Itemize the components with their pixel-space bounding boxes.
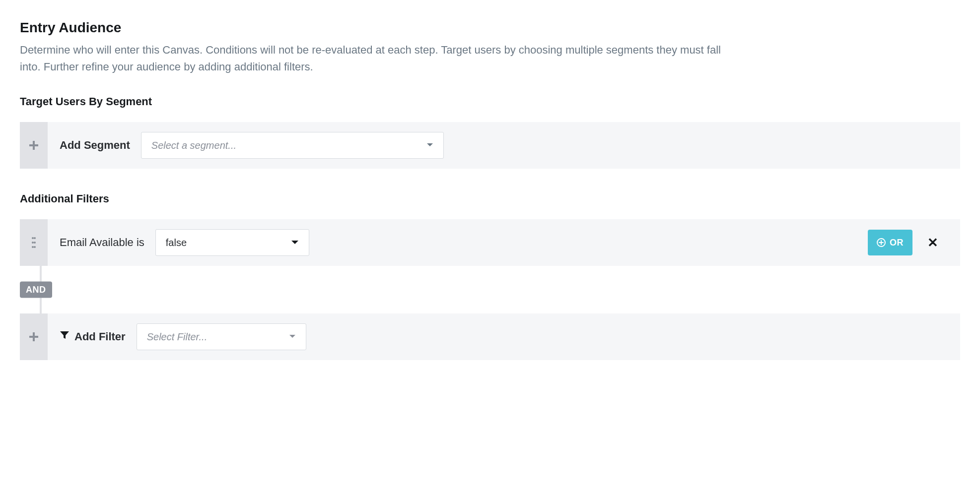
- page-description: Determine who will enter this Canvas. Co…: [20, 42, 725, 75]
- remove-filter-button[interactable]: ✕: [923, 235, 942, 250]
- add-or-condition-button[interactable]: OR: [868, 230, 912, 255]
- filter-connector: AND: [34, 266, 960, 313]
- svg-point-5: [34, 246, 36, 248]
- filter-attribute-label: Email Available is: [60, 236, 144, 249]
- svg-point-0: [32, 237, 34, 239]
- filters-section-title: Additional Filters: [20, 192, 960, 205]
- or-label: OR: [890, 238, 904, 248]
- svg-point-1: [34, 237, 36, 239]
- filter-value-text: false: [166, 237, 187, 249]
- add-segment-label: Add Segment: [60, 139, 130, 152]
- segment-select-placeholder: Select a segment...: [151, 140, 236, 151]
- and-chip: AND: [20, 282, 52, 298]
- chevron-down-icon: [289, 334, 296, 339]
- filter-type-placeholder: Select Filter...: [147, 331, 208, 343]
- add-filter-handle[interactable]: [20, 313, 48, 360]
- chevron-down-icon: [426, 143, 433, 148]
- segments-section-title: Target Users By Segment: [20, 95, 960, 108]
- plus-circle-icon: [877, 238, 886, 247]
- filter-value-select[interactable]: false: [155, 229, 309, 256]
- funnel-icon: [60, 330, 70, 343]
- svg-point-2: [32, 242, 34, 244]
- filter-type-select[interactable]: Select Filter...: [137, 323, 306, 350]
- add-segment-row: Add Segment Select a segment...: [20, 122, 960, 169]
- plus-icon: [29, 141, 38, 150]
- add-filter-row: Add Filter Select Filter...: [20, 313, 960, 360]
- svg-point-4: [32, 246, 34, 248]
- add-segment-handle[interactable]: [20, 122, 48, 169]
- segment-select[interactable]: Select a segment...: [141, 132, 444, 159]
- chevron-down-icon: [291, 240, 299, 245]
- add-filter-label: Add Filter: [74, 330, 126, 343]
- svg-point-3: [34, 242, 36, 244]
- plus-icon: [29, 332, 38, 341]
- filter-row-drag-handle[interactable]: [20, 219, 48, 266]
- entry-audience-page: Entry Audience Determine who will enter …: [0, 0, 980, 390]
- drag-dots-icon: [32, 236, 36, 249]
- filter-row: Email Available is false OR: [20, 219, 960, 266]
- add-filter-label-wrap: Add Filter: [60, 330, 126, 343]
- page-title: Entry Audience: [20, 20, 960, 36]
